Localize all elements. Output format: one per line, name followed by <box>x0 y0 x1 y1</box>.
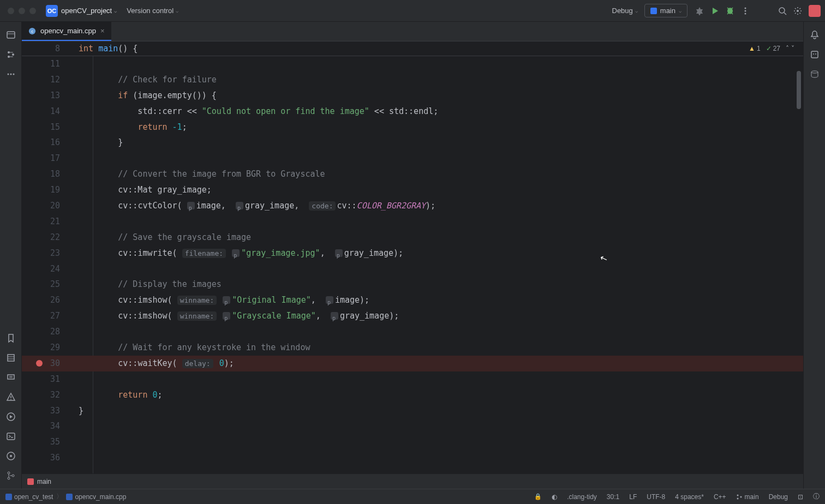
indent-settings[interactable]: 4 spaces* <box>675 493 704 501</box>
editor-scrollbar[interactable] <box>796 55 801 471</box>
ai-assistant-button[interactable] <box>807 47 822 62</box>
gutter-line-number[interactable]: 18 <box>22 167 72 182</box>
code-content[interactable]: // Wait for any keystroke in the window <box>72 340 803 355</box>
code-line[interactable]: 19 cv::Mat gray_image; <box>22 182 803 198</box>
code-line[interactable]: 15 return -1; <box>22 119 803 135</box>
cursor-position[interactable]: 30:1 <box>607 493 619 501</box>
gutter-line-number[interactable]: 24 <box>22 262 72 277</box>
terminal-tool-button[interactable] <box>3 429 19 444</box>
more-actions-button[interactable] <box>738 3 753 19</box>
scrollbar-thumb[interactable] <box>797 71 801 109</box>
gutter-line-number[interactable]: 15 <box>22 120 72 135</box>
code-line[interactable]: 31 <box>22 371 803 387</box>
project-tool-button[interactable] <box>3 27 19 43</box>
code-line[interactable]: 12 // Check for failure <box>22 72 803 88</box>
code-content[interactable]: cv::waitKey( delay: 0); <box>72 356 803 371</box>
code-content[interactable]: return -1; <box>72 120 803 135</box>
code-line[interactable]: 27 cv::imshow( winname: "Grayscale Image… <box>22 308 803 324</box>
settings-button[interactable] <box>790 3 805 19</box>
weak-warnings-indicator[interactable]: ✓27 <box>766 45 780 52</box>
prev-highlight-icon[interactable]: ˄ <box>786 45 789 52</box>
project-selector[interactable]: openCV_project ⌵ <box>61 7 117 15</box>
breadcrumb-file[interactable]: opencv_main.cpp <box>66 493 126 501</box>
gutter-line-number[interactable]: 29 <box>22 340 72 355</box>
code-line[interactable]: 20 cv::cvtColor( image, gray_image, code… <box>22 198 803 214</box>
code-line[interactable]: 25 // Display the images <box>22 277 803 292</box>
close-tab-icon[interactable]: × <box>100 27 105 35</box>
next-highlight-icon[interactable]: ˅ <box>791 45 794 52</box>
code-line[interactable]: 24 <box>22 261 803 277</box>
code-lines[interactable]: 1112 // Check for failure13 if (image.em… <box>22 56 803 466</box>
gutter-line-number[interactable]: 33 <box>22 404 72 418</box>
code-line[interactable]: 36 <box>22 450 803 466</box>
gutter-line-number[interactable]: 21 <box>22 214 72 229</box>
gutter-line-number[interactable]: 12 <box>22 73 72 87</box>
search-button[interactable] <box>775 3 790 19</box>
code-line[interactable]: 17 <box>22 151 803 166</box>
code-content[interactable]: cv::imshow( winname: "Grayscale Image", … <box>72 309 803 323</box>
code-content[interactable]: cv::cvtColor( image, gray_image, code:cv… <box>72 199 803 213</box>
sticky-scroll-header[interactable]: 8 int main() { <box>22 41 803 56</box>
gutter-line-number[interactable]: 19 <box>22 183 72 197</box>
database-tool-button[interactable] <box>807 67 822 82</box>
code-line[interactable]: 11 <box>22 56 803 72</box>
code-editor[interactable]: ▲1 ✓27 ˄ ˅ 8 int main() { 1112 // Check … <box>22 41 803 473</box>
code-content[interactable]: // Display the images <box>72 277 803 292</box>
code-line[interactable]: 16 } <box>22 135 803 151</box>
gutter-line-number[interactable]: 31 <box>22 372 72 387</box>
code-line[interactable]: 28 <box>22 324 803 340</box>
account-avatar[interactable] <box>809 5 821 17</box>
clang-tidy-status[interactable]: .clang-tidy <box>567 493 597 501</box>
code-line[interactable]: 14 std::cerr << "Could not open or find … <box>22 104 803 119</box>
code-line[interactable]: 26 cv::imshow( winname: "Original Image"… <box>22 292 803 308</box>
close-window-icon[interactable] <box>8 8 14 14</box>
gutter-line-number[interactable]: 26 <box>22 293 72 308</box>
code-content[interactable]: cv::Mat gray_image; <box>72 183 803 197</box>
code-content[interactable]: cv::imshow( winname: "Original Image", i… <box>72 293 803 308</box>
gutter-line-number[interactable]: 17 <box>22 151 72 166</box>
code-line[interactable]: 35 <box>22 434 803 450</box>
gutter-line-number[interactable]: 25 <box>22 277 72 292</box>
code-line[interactable]: 33} <box>22 403 803 419</box>
gutter-line-number[interactable]: 22 <box>22 230 72 245</box>
build-button[interactable] <box>692 3 707 19</box>
gutter-line-number[interactable]: 36 <box>22 451 72 465</box>
more-tools-button[interactable] <box>3 67 19 82</box>
code-content[interactable]: } <box>72 135 803 150</box>
code-line[interactable]: 18 // Convert the image from BGR to Gray… <box>22 166 803 182</box>
code-line[interactable]: 22 // Save the grayscale image <box>22 230 803 245</box>
gutter-line-number[interactable]: 16 <box>22 135 72 150</box>
memory-indicator-icon[interactable]: ⊡ <box>798 493 803 501</box>
code-line[interactable]: 29 // Wait for any keystroke in the wind… <box>22 340 803 356</box>
code-line[interactable]: 23 cv::imwrite( filename: "gray_image.jp… <box>22 245 803 261</box>
file-encoding[interactable]: UTF-8 <box>647 493 665 501</box>
notifications-button[interactable] <box>807 27 822 43</box>
code-line[interactable]: 21 <box>22 214 803 230</box>
messages-tool-button[interactable] <box>3 370 19 385</box>
line-separator[interactable]: LF <box>629 493 637 501</box>
tab-opencv-main[interactable]: c opencv_main.cpp × <box>22 22 111 41</box>
gutter-line-number[interactable]: 20 <box>22 199 72 213</box>
gutter-line-number[interactable]: 11 <box>22 57 72 71</box>
gutter-line-number[interactable]: 34 <box>22 419 72 434</box>
code-line[interactable]: 30 cv::waitKey( delay: 0); <box>22 356 803 371</box>
code-line[interactable]: 13 if (image.empty()) { <box>22 88 803 104</box>
run-button[interactable] <box>707 3 722 19</box>
gutter-line-number[interactable]: 14 <box>22 104 72 119</box>
gutter-line-number[interactable]: 23 <box>22 246 72 261</box>
language-mode[interactable]: C++ <box>714 493 726 501</box>
git-toolwindow-header[interactable]: main <box>22 473 803 489</box>
todo-tool-button[interactable] <box>3 350 19 365</box>
code-content[interactable]: } <box>72 404 803 418</box>
gutter-line-number[interactable]: 35 <box>22 435 72 449</box>
code-content[interactable]: if (image.empty()) { <box>72 88 803 103</box>
code-content[interactable]: // Save the grayscale image <box>72 230 803 245</box>
bookmarks-tool-button[interactable] <box>3 331 19 346</box>
problems-tool-button[interactable] <box>3 389 19 405</box>
warnings-indicator[interactable]: ▲1 <box>749 45 761 52</box>
vcs-menu[interactable]: Version control ⌵ <box>127 7 178 15</box>
run-config-selector[interactable]: Debug ⌵ <box>612 7 638 15</box>
breadcrumb-project[interactable]: open_cv_test <box>5 493 53 501</box>
code-content[interactable]: return 0; <box>72 388 803 403</box>
services-tool-button[interactable] <box>3 448 19 464</box>
